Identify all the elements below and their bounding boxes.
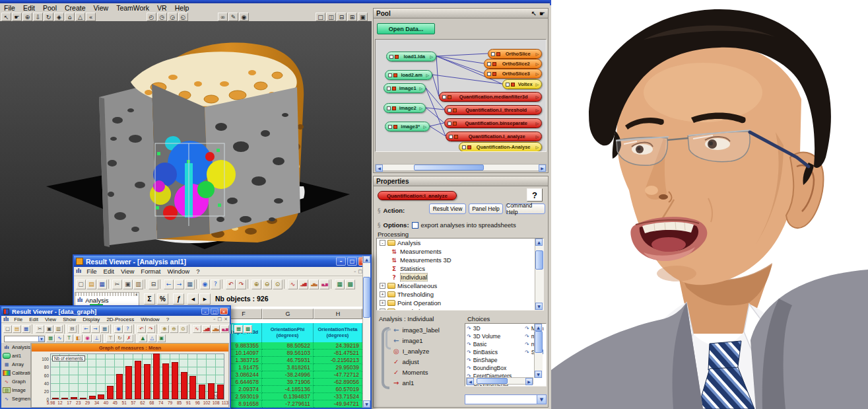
pool-node-orthoslice[interactable]: OrthoSlice▷: [488, 49, 542, 59]
save-icon[interactable]: ▦: [22, 325, 30, 333]
layout-four-icon[interactable]: ⊞: [347, 13, 357, 21]
zoom-in-icon[interactable]: ⊕: [251, 279, 261, 289]
snapshot-icon[interactable]: ◉: [239, 13, 249, 21]
scroll-track[interactable]: [363, 263, 370, 400]
pool-node-load1-lda[interactable]: load1.lda▷: [386, 52, 436, 61]
graph-menu-edit[interactable]: Edit: [26, 316, 42, 322]
table-cell[interactable]: -47.72712: [314, 371, 362, 379]
graph-menu-show[interactable]: Show: [59, 316, 79, 322]
node-play-icon[interactable]: ▷: [535, 145, 539, 149]
sum-button[interactable]: Σ: [144, 293, 155, 305]
table-vscrollbar[interactable]: ▲▼: [362, 256, 370, 408]
pool-horizontal-scrollbar[interactable]: ◀▶: [375, 164, 547, 171]
percent-button[interactable]: %: [157, 293, 168, 305]
node-play-icon[interactable]: ▷: [423, 124, 426, 129]
graph-menu-window[interactable]: Window: [137, 316, 162, 322]
table-cell[interactable]: 89.56103: [262, 350, 314, 357]
scroll-track[interactable]: [535, 331, 543, 371]
pipeline-item-adjust[interactable]: ✓adjust: [393, 356, 419, 367]
pool-node-image3-[interactable]: image3*▷: [385, 122, 430, 131]
node-color-icon[interactable]: [492, 62, 496, 66]
help-icon[interactable]: ◉: [200, 279, 210, 289]
tree-expander-icon[interactable]: -: [380, 240, 385, 246]
tree-item-point-operation[interactable]: +Point Operation: [377, 299, 543, 307]
node-viewer-toggle-icon[interactable]: [388, 73, 392, 77]
choice-item-boundingbox[interactable]: ↷BoundingBox: [467, 364, 512, 372]
graph-titlebar[interactable]: Result Viewer - [data_graph] – □ ×: [1, 307, 230, 316]
selected-module-pill[interactable]: Quantification:I_analyze: [378, 191, 457, 200]
scroll-track[interactable]: [474, 378, 525, 384]
export-forward-icon[interactable]: →: [91, 325, 100, 333]
graph-menu--[interactable]: ?: [163, 316, 172, 322]
node-color-icon[interactable]: [496, 52, 500, 56]
table-cell[interactable]: -4.185136: [262, 386, 314, 393]
node-play-icon[interactable]: ▷: [535, 61, 539, 66]
zoom-box-tool-icon[interactable]: ◈: [54, 13, 64, 21]
tree-expander-icon[interactable]: +: [380, 291, 385, 297]
scroll-right-icon[interactable]: ▶: [525, 378, 533, 385]
copy-icon[interactable]: ▣: [123, 279, 133, 289]
zoom-out-icon[interactable]: ⊖: [262, 279, 272, 289]
cut-icon[interactable]: ✂: [112, 279, 122, 289]
trackball-z-icon[interactable]: ◶: [168, 13, 178, 21]
histogram-plot[interactable]: Nb of elements Mean 5.981217232934404551…: [50, 353, 224, 400]
scroll-down-icon[interactable]: ▼: [535, 371, 542, 378]
mdi-minimize-icon[interactable]: –: [213, 316, 216, 322]
pool-node-load2-am[interactable]: load2.am▷: [385, 70, 432, 80]
column-letter-g[interactable]: G: [262, 309, 314, 319]
layout-two-horizontal-icon[interactable]: ⊟: [337, 13, 347, 21]
zoom-fit-icon[interactable]: ⊙: [179, 325, 187, 333]
menu-vr[interactable]: VR: [153, 4, 171, 12]
menu-file[interactable]: File: [0, 4, 19, 12]
choices-vscrollbar[interactable]: ▲▼: [534, 324, 543, 378]
export-back-icon[interactable]: ←: [82, 325, 90, 333]
print-icon[interactable]: ⊟: [68, 325, 77, 333]
table-cell[interactable]: 39.71906: [262, 379, 314, 386]
table-cell[interactable]: -33.71524: [314, 393, 362, 400]
export-spreadsheets-checkbox[interactable]: [412, 222, 418, 229]
table-cell[interactable]: 88.50522: [262, 342, 314, 350]
node-viewer-toggle-icon[interactable]: [442, 95, 446, 99]
node-color-icon[interactable]: [392, 106, 396, 110]
dg-palette-icon[interactable]: ◧: [74, 334, 83, 342]
pool-node-quantification-binseparate[interactable]: Quantification.binseparate▷: [444, 118, 542, 128]
node-color-icon[interactable]: [393, 73, 397, 77]
chart-bar2-icon[interactable]: ▃▆▄: [309, 279, 319, 289]
dg-curve-icon[interactable]: ∿: [55, 334, 64, 342]
scroll-down-icon[interactable]: ▼: [535, 303, 543, 310]
pointer-tool-icon[interactable]: ↖: [1, 13, 11, 21]
node-viewer-toggle-icon[interactable]: [387, 87, 391, 91]
rotate-tool-icon[interactable]: ↻: [44, 13, 53, 21]
measure-dropdown[interactable]: ▼: [465, 394, 547, 404]
node-play-icon[interactable]: ▷: [535, 52, 539, 56]
minimize-button[interactable]: –: [336, 257, 346, 266]
scroll-track[interactable]: [383, 165, 539, 170]
next-button[interactable]: ▶: [199, 293, 211, 305]
close-panel-icon[interactable]: ×: [135, 293, 139, 296]
export-forward-icon[interactable]: →: [174, 279, 184, 289]
table-cell[interactable]: -81.47521: [314, 350, 362, 357]
scroll-up-icon[interactable]: ▲: [363, 256, 370, 263]
dg-hist2-icon[interactable]: △: [148, 334, 156, 342]
node-color-icon[interactable]: [454, 135, 458, 139]
node-color-icon[interactable]: [453, 108, 457, 112]
dg-hist-icon[interactable]: ▲: [139, 334, 147, 342]
chart-bar3-icon[interactable]: ▅▂▆: [319, 279, 329, 289]
table-cell[interactable]: -62.89056: [314, 379, 362, 386]
chart-line-icon[interactable]: ∿: [288, 279, 298, 289]
tree-scrollbar[interactable]: ▲▼: [535, 239, 543, 310]
anl1-menu-file[interactable]: File: [83, 268, 100, 275]
tree-expander-icon[interactable]: +: [380, 283, 385, 289]
node-color-icon[interactable]: [448, 95, 451, 99]
node-color-icon[interactable]: [492, 72, 496, 76]
tree-item-miscellaneous[interactable]: +Miscellaneous: [377, 281, 543, 290]
pool-node-quantification-i-analyze[interactable]: Quantification.I_analyze▷: [446, 131, 542, 141]
scroll-thumb[interactable]: [535, 331, 543, 353]
node-play-icon[interactable]: ▷: [419, 106, 422, 110]
layout-single-icon[interactable]: □: [316, 13, 325, 21]
table-cell[interactable]: 0.1394837: [262, 393, 314, 400]
dg-text-icon[interactable]: T: [65, 334, 73, 342]
export-back-icon[interactable]: ←: [164, 279, 174, 289]
table-cell[interactable]: 24.39219: [314, 342, 362, 350]
chart-line-icon[interactable]: ∿: [193, 325, 201, 333]
